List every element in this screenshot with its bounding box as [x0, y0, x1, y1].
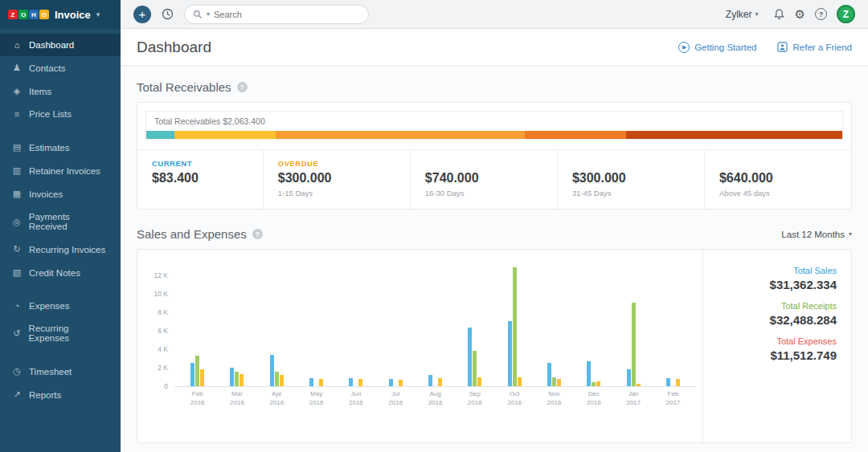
- refer-person-icon: [777, 42, 788, 52]
- sidebar-item-label: Payments Received: [29, 212, 109, 231]
- brand-logo[interactable]: ZOHO Invoice ▾: [0, 0, 121, 29]
- sidebar-item-label: Contacts: [29, 63, 65, 73]
- sidebar-item-timesheet[interactable]: ◷Timesheet: [0, 360, 121, 383]
- bar-receipts: [235, 372, 239, 386]
- user-avatar[interactable]: Z: [837, 5, 855, 23]
- sidebar-item-label: Dashboard: [29, 40, 74, 50]
- bar-receipts: [552, 377, 556, 387]
- zoho-logo-letter: Z: [8, 10, 18, 19]
- header-links: ▶ Getting Started Refer a Friend: [678, 42, 852, 53]
- sidebar-item-dashboard[interactable]: ⌂Dashboard: [0, 34, 121, 56]
- sales-expenses-section-title: Sales and Expenses: [137, 227, 247, 241]
- bar-expenses: [240, 374, 244, 386]
- help-button[interactable]: ?: [815, 8, 827, 20]
- x-tick-label: Nov2016: [547, 390, 562, 408]
- zoho-logo-letter: H: [29, 10, 39, 19]
- bar-expenses: [438, 378, 442, 386]
- y-tick-label: 4 K: [158, 345, 168, 353]
- date-range-label: Last 12 Months: [781, 230, 845, 239]
- notifications-button[interactable]: [773, 8, 785, 21]
- timesheet-icon: ◷: [11, 366, 23, 377]
- recent-activity-button[interactable]: [161, 7, 174, 21]
- receivables-column-label: [719, 159, 837, 169]
- sidebar-nav: ⌂Dashboard♟Contacts◈Items≡Price Lists▤Es…: [0, 29, 121, 452]
- chart-bars: [587, 266, 600, 386]
- sidebar-item-contacts[interactable]: ♟Contacts: [0, 56, 121, 79]
- frame: ⌂Dashboard♟Contacts◈Items≡Price Lists▤Es…: [0, 29, 868, 452]
- chart-bars: [428, 266, 442, 386]
- chart-area: 02 K4 K6 K8 K10 K12 K Feb2016Mar2016Apr2…: [137, 250, 702, 442]
- zoho-logo-letter: O: [39, 10, 49, 19]
- sidebar-item-price-lists[interactable]: ≡Price Lists: [0, 103, 121, 125]
- invoices-icon: ▦: [11, 189, 23, 199]
- recurring-invoices-icon: ↻: [11, 244, 23, 255]
- sidebar-item-credit-notes[interactable]: ▧Credit Notes: [0, 261, 121, 284]
- bar-receipts: [473, 351, 477, 386]
- getting-started-label: Getting Started: [694, 43, 756, 52]
- bar-expenses: [477, 377, 481, 387]
- sidebar-item-retainer-invoices[interactable]: ▥Retainer Invoices: [0, 159, 121, 182]
- sidebar-item-estimates[interactable]: ▤Estimates: [0, 136, 121, 159]
- content: Total Receivables ? Total Receivables $2…: [121, 66, 868, 452]
- receivables-column-sub: Above 45 days: [719, 189, 837, 198]
- sidebar-item-label: Credit Notes: [29, 268, 80, 278]
- receivables-section-header: Total Receivables ?: [137, 80, 852, 94]
- totals-panel: Total Sales$31,362.334Total Receipts$32,…: [702, 250, 851, 442]
- bar-sales: [270, 355, 274, 386]
- chart-bars: [349, 266, 362, 386]
- bar-expenses: [200, 369, 204, 386]
- bar-receipts: [195, 356, 199, 386]
- sidebar-item-payments-received[interactable]: ◎Payments Received: [0, 206, 121, 238]
- search-category-chevron-icon[interactable]: ▾: [207, 10, 210, 18]
- dashboard-icon: ⌂: [11, 40, 23, 50]
- search-input[interactable]: [214, 10, 360, 19]
- sidebar-item-recurring-invoices[interactable]: ↻Recurring Invoices: [0, 238, 121, 261]
- contacts-icon: ♟: [11, 63, 23, 73]
- refer-friend-link[interactable]: Refer a Friend: [777, 42, 852, 52]
- main-panel: Dashboard ▶ Getting Started Refer a Frie…: [121, 29, 868, 452]
- total-receipts-label: Total Receipts: [718, 301, 837, 311]
- info-icon[interactable]: ?: [237, 82, 248, 92]
- sidebar-item-recurring-expenses[interactable]: ↺Recurring Expenses: [0, 317, 121, 349]
- sidebar-item-reports[interactable]: ↗Reports: [0, 383, 121, 406]
- bar-receipts: [275, 372, 279, 386]
- chart-y-axis: 02 K4 K6 K8 K10 K12 K: [145, 266, 174, 386]
- receivables-column-1: OVERDUE$300.0001-15 Days: [263, 150, 410, 209]
- receivables-stacked-bar: [146, 131, 842, 139]
- receivables-column-sub: 16-30 Days: [425, 189, 542, 198]
- bar-sales: [547, 363, 551, 386]
- bar-expenses: [676, 379, 680, 386]
- sidebar-group: ◔Expenses↺Recurring Expenses: [0, 295, 121, 349]
- bar-sales: [349, 378, 353, 386]
- date-range-selector[interactable]: Last 12 Months ▾: [781, 230, 852, 239]
- org-switcher[interactable]: Zylker ▾: [726, 9, 759, 20]
- sidebar-item-items[interactable]: ◈Items: [0, 79, 121, 103]
- sidebar-item-label: Invoices: [29, 189, 63, 199]
- x-tick-label: Mar2016: [230, 390, 244, 408]
- sidebar-item-expenses[interactable]: ◔Expenses: [0, 295, 121, 317]
- info-icon[interactable]: ?: [252, 229, 263, 239]
- bar-sales: [230, 368, 234, 386]
- global-search[interactable]: ▾: [184, 5, 369, 24]
- receivables-column-3: $300.00031-45 Days: [557, 150, 704, 209]
- sidebar-group: ◷Timesheet↗Reports: [0, 360, 121, 406]
- total-receivables-card: Total Receivables $2,063.400 CURRENT$83.…: [137, 102, 852, 210]
- sidebar-group: ⌂Dashboard♟Contacts◈Items≡Price Lists: [0, 34, 121, 125]
- sidebar-item-invoices[interactable]: ▦Invoices: [0, 182, 121, 206]
- quick-create-button[interactable]: +: [133, 6, 151, 23]
- chart-bars: [666, 266, 680, 386]
- recurring-expenses-icon: ↺: [11, 328, 23, 339]
- items-icon: ◈: [11, 86, 23, 96]
- sidebar-item-label: Price Lists: [29, 109, 72, 119]
- settings-button[interactable]: ⚙: [795, 7, 805, 22]
- total-expenses-label: Total Expenses: [718, 336, 837, 346]
- y-tick-label: 8 K: [158, 308, 168, 316]
- receivables-segment-overdue-16-30-days: [276, 131, 526, 139]
- receivables-segment-overdue-31-45-days: [525, 131, 626, 139]
- page-title: Dashboard: [137, 39, 211, 56]
- chart-bars: [627, 266, 641, 386]
- getting-started-link[interactable]: ▶ Getting Started: [678, 42, 756, 53]
- y-tick-label: 6 K: [158, 327, 168, 335]
- x-tick-label: Jul2016: [388, 390, 403, 408]
- x-tick-label: Feb2016: [190, 390, 205, 408]
